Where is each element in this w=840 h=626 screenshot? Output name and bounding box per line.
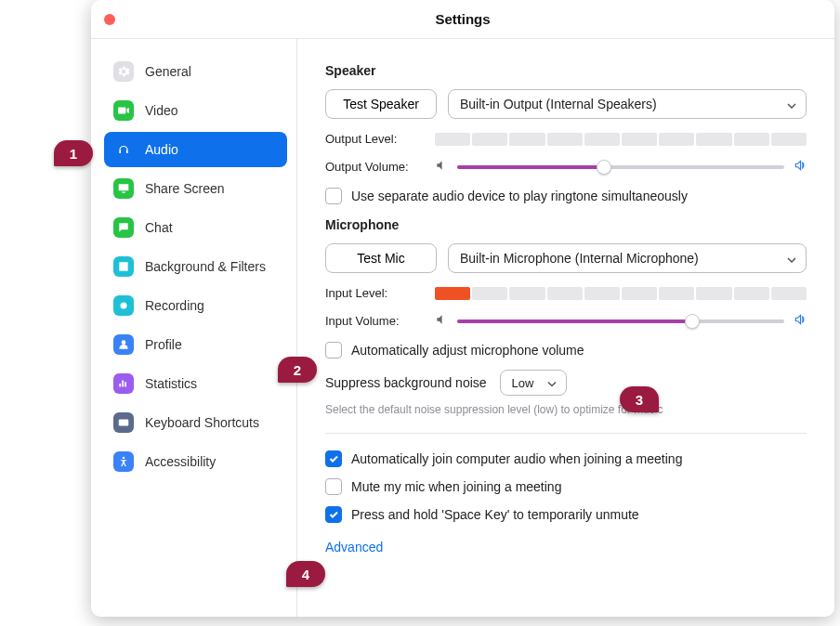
sidebar-item-label: Keyboard Shortcuts [145, 415, 259, 430]
auto-join-audio-checkbox[interactable] [325, 450, 342, 467]
chevron-down-icon [787, 97, 796, 111]
settings-window: Settings General Video Audio [91, 0, 834, 617]
mute-on-join-checkbox[interactable] [325, 478, 342, 495]
speaker-section-title: Speaker [325, 63, 807, 78]
speaker-mute-icon [435, 313, 448, 329]
sidebar-item-label: Background & Filters [145, 259, 266, 274]
sidebar-item-recording[interactable]: Recording [104, 288, 287, 323]
sidebar-item-background-filters[interactable]: Background & Filters [104, 249, 287, 284]
annotation-marker-3: 3 [620, 386, 659, 412]
auto-adjust-mic-label: Automatically adjust microphone volume [351, 343, 584, 358]
background-icon [113, 256, 134, 277]
input-level-meter [435, 287, 807, 300]
mic-device-value: Built-in Microphone (Internal Microphone… [460, 251, 699, 266]
sidebar-item-general[interactable]: General [104, 54, 287, 89]
suppress-noise-select[interactable]: Low [500, 370, 567, 396]
svg-point-3 [123, 457, 125, 459]
share-screen-icon [113, 178, 134, 199]
input-level-label: Input Level: [325, 286, 435, 300]
svg-point-1 [122, 340, 126, 345]
auto-join-audio-label: Automatically join computer audio when j… [351, 451, 682, 466]
divider [325, 433, 807, 434]
advanced-link[interactable]: Advanced [325, 540, 383, 554]
sidebar-item-label: Recording [145, 298, 204, 313]
accessibility-icon [113, 451, 134, 472]
sidebar-item-label: Chat [145, 220, 173, 235]
sidebar-item-label: Profile [145, 337, 182, 352]
sidebar-item-audio[interactable]: Audio [104, 132, 287, 167]
close-window-button[interactable] [104, 14, 115, 25]
annotation-marker-4: 4 [286, 561, 325, 587]
suppress-noise-hint: Select the default noise suppression lev… [325, 403, 807, 416]
mute-on-join-label: Mute my mic when joining a meeting [351, 479, 561, 494]
profile-icon [113, 334, 134, 355]
input-volume-slider[interactable] [457, 320, 784, 323]
separate-audio-device-label: Use separate audio device to play ringto… [351, 189, 688, 203]
speaker-loud-icon [794, 159, 807, 175]
chat-bubble-icon [113, 217, 134, 238]
speaker-device-select[interactable]: Built-in Output (Internal Speakers) [448, 89, 807, 119]
space-unmute-label: Press and hold 'Space Key' to temporaril… [351, 507, 639, 522]
video-camera-icon [113, 100, 134, 121]
output-level-label: Output Level: [325, 132, 435, 146]
speaker-mute-icon [435, 159, 448, 175]
sidebar-item-label: Audio [145, 142, 178, 157]
auto-adjust-mic-checkbox[interactable] [325, 342, 342, 359]
separate-audio-device-checkbox[interactable] [325, 188, 342, 204]
sidebar-item-label: Video [145, 103, 178, 118]
sidebar-item-label: Share Screen [145, 181, 225, 196]
output-volume-label: Output Volume: [325, 160, 435, 174]
sidebar-item-video[interactable]: Video [104, 93, 287, 128]
suppress-noise-value: Low [512, 376, 534, 390]
space-unmute-checkbox[interactable] [325, 506, 342, 523]
speaker-device-value: Built-in Output (Internal Speakers) [460, 97, 657, 111]
test-mic-button[interactable]: Test Mic [325, 243, 437, 273]
sidebar-item-chat[interactable]: Chat [104, 210, 287, 245]
audio-settings-panel: Speaker Test Speaker Built-in Output (In… [297, 39, 834, 617]
sidebar-item-statistics[interactable]: Statistics [104, 366, 287, 401]
input-volume-label: Input Volume: [325, 314, 435, 328]
sidebar-item-keyboard-shortcuts[interactable]: Keyboard Shortcuts [104, 405, 287, 440]
gear-icon [113, 61, 134, 82]
page-title: Settings [435, 11, 490, 27]
sidebar-item-share-screen[interactable]: Share Screen [104, 171, 287, 206]
svg-rect-2 [119, 420, 129, 426]
output-volume-slider[interactable] [457, 165, 784, 169]
microphone-section-title: Microphone [325, 217, 807, 232]
statistics-icon [113, 373, 134, 394]
headphones-icon [113, 139, 134, 160]
annotation-marker-1: 1 [54, 140, 93, 166]
sidebar-item-accessibility[interactable]: Accessibility [104, 444, 287, 479]
svg-point-0 [121, 303, 127, 309]
annotation-marker-2: 2 [278, 357, 317, 383]
chevron-down-icon [547, 376, 557, 390]
output-level-meter [435, 133, 807, 146]
suppress-noise-label: Suppress background noise [325, 375, 487, 390]
mic-device-select[interactable]: Built-in Microphone (Internal Microphone… [448, 243, 807, 273]
chevron-down-icon [787, 251, 796, 266]
sidebar-item-label: Accessibility [145, 454, 216, 469]
sidebar-item-profile[interactable]: Profile [104, 327, 287, 362]
test-speaker-button[interactable]: Test Speaker [325, 89, 437, 119]
keyboard-icon [113, 412, 134, 433]
speaker-loud-icon [794, 313, 807, 329]
titlebar: Settings [91, 0, 834, 39]
sidebar-item-label: Statistics [145, 376, 197, 391]
record-icon [113, 295, 134, 316]
sidebar-item-label: General [145, 64, 191, 79]
sidebar: General Video Audio Share Screen [91, 39, 297, 617]
